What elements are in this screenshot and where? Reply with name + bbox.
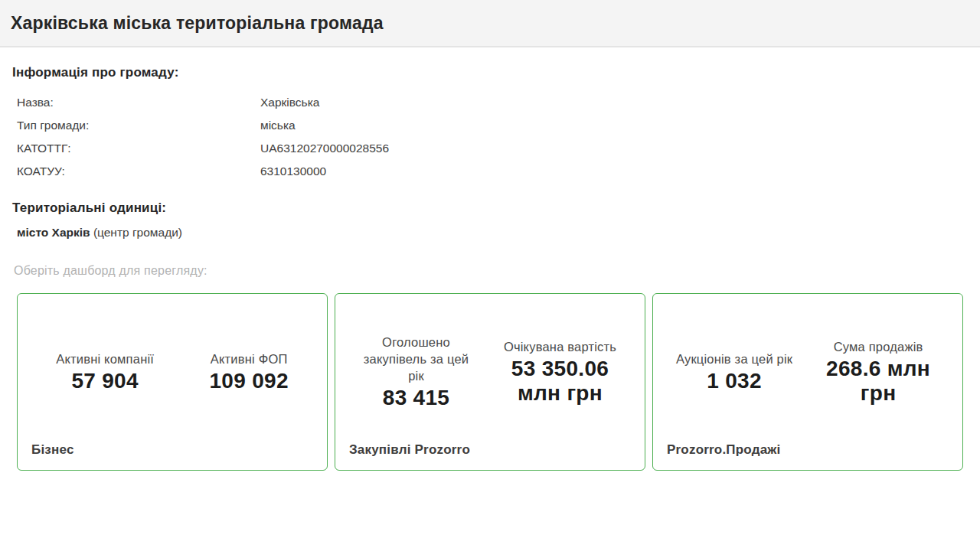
stat-auctions-this-year: Аукціонів за цей рік 1 032 — [676, 350, 792, 393]
dashboard-prompt: Оберіть дашборд для перегляду: — [12, 264, 968, 278]
stat-value: 268.6 млн грн — [817, 357, 939, 406]
stat-active-fop: Активні ФОП 109 092 — [209, 350, 288, 393]
stat-expected-value: Очікувана вартість 53 350.06 млн грн — [499, 338, 622, 406]
info-value: міська — [260, 119, 968, 132]
info-label: Тип громади: — [17, 119, 260, 132]
info-row-katottg: КАТОТТГ: UA63120270000028556 — [12, 137, 968, 160]
card-title: Бізнес — [18, 442, 327, 470]
card-stats: Аукціонів за цей рік 1 032 Сума продажів… — [653, 294, 962, 442]
card-title: Закупівлі Prozorro — [335, 442, 645, 470]
info-label: КОАТУУ: — [17, 165, 260, 178]
page-header: Харківська міська територіальна громада — [0, 0, 980, 47]
card-stats: Оголошено закупівель за цей рік 83 415 О… — [335, 294, 645, 442]
territorial-unit-note: (центр громади) — [90, 226, 182, 239]
dashboard-card-business[interactable]: Активні компанії 57 904 Активні ФОП 109 … — [17, 293, 328, 471]
dashboard-card-sales[interactable]: Аукціонів за цей рік 1 032 Сума продажів… — [652, 293, 963, 471]
stat-label: Активні компанії — [56, 350, 154, 367]
dashboard-card-procurement[interactable]: Оголошено закупівель за цей рік 83 415 О… — [335, 293, 645, 471]
territorial-unit: місто Харків (центр громади) — [12, 226, 968, 240]
stat-value: 1 032 — [676, 369, 792, 393]
card-title: Prozorro.Продажі — [653, 442, 962, 470]
page-title: Харківська міська територіальна громада — [11, 13, 384, 34]
stat-label: Очікувана вартість — [499, 338, 622, 355]
stat-active-companies: Активні компанії 57 904 — [56, 350, 154, 393]
stat-value: 109 092 — [209, 369, 288, 393]
stat-label: Аукціонів за цей рік — [676, 350, 792, 367]
info-row-name: Назва: Харківська — [12, 91, 968, 114]
stat-label: Оголошено закупівель за цей рік — [359, 334, 474, 385]
stat-label: Сума продажів — [817, 338, 939, 355]
territorial-section-heading: Територіальні одиниці: — [12, 201, 968, 216]
info-value: UA63120270000028556 — [260, 142, 968, 155]
info-value: 6310130000 — [260, 165, 968, 178]
info-rows: Назва: Харківська Тип громади: міська КА… — [12, 91, 968, 183]
info-label: КАТОТТГ: — [17, 142, 260, 155]
info-row-type: Тип громади: міська — [12, 114, 968, 137]
stat-label: Активні ФОП — [209, 350, 288, 367]
info-value: Харківська — [260, 96, 968, 109]
territorial-unit-name: місто Харків — [17, 226, 90, 239]
card-stats: Активні компанії 57 904 Активні ФОП 109 … — [18, 294, 327, 442]
stat-announced-procurements: Оголошено закупівель за цей рік 83 415 — [359, 334, 474, 411]
info-label: Назва: — [17, 96, 260, 109]
stat-sales-sum: Сума продажів 268.6 млн грн — [817, 338, 939, 406]
dashboard-cards: Активні компанії 57 904 Активні ФОП 109 … — [0, 293, 980, 471]
info-row-koatuu: КОАТУУ: 6310130000 — [12, 160, 968, 183]
stat-value: 83 415 — [359, 386, 474, 410]
stat-value: 53 350.06 млн грн — [499, 357, 622, 406]
info-section-heading: Інформація про громаду: — [12, 65, 968, 80]
stat-value: 57 904 — [56, 369, 154, 393]
main-content: Інформація про громаду: Назва: Харківськ… — [0, 65, 980, 278]
